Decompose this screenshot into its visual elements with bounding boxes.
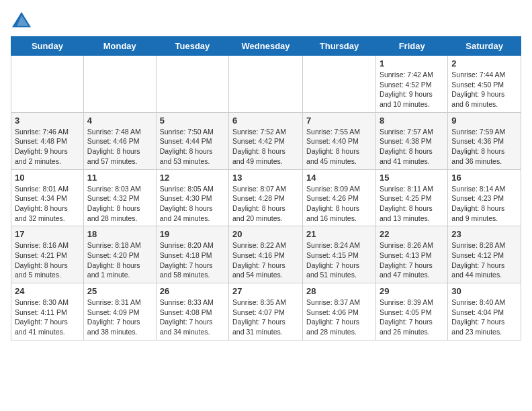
calendar-cell — [156, 56, 228, 113]
calendar-cell: 10Sunrise: 8:01 AM Sunset: 4:34 PM Dayli… — [11, 169, 84, 226]
day-info: Sunrise: 8:28 AM Sunset: 4:12 PM Dayligh… — [451, 240, 517, 280]
day-number: 21 — [306, 229, 372, 239]
day-number: 8 — [380, 116, 444, 126]
day-info: Sunrise: 8:26 AM Sunset: 4:13 PM Dayligh… — [380, 240, 444, 280]
day-number: 22 — [380, 229, 444, 239]
calendar-cell: 15Sunrise: 8:11 AM Sunset: 4:25 PM Dayli… — [375, 169, 447, 226]
day-info: Sunrise: 7:42 AM Sunset: 4:52 PM Dayligh… — [380, 70, 444, 109]
calendar-cell: 8Sunrise: 7:57 AM Sunset: 4:38 PM Daylig… — [375, 112, 447, 169]
day-number: 11 — [87, 173, 152, 183]
day-number: 4 — [87, 116, 152, 126]
day-number: 3 — [15, 116, 80, 126]
calendar-cell — [303, 56, 376, 113]
calendar-cell: 28Sunrise: 8:37 AM Sunset: 4:06 PM Dayli… — [303, 283, 376, 340]
day-info: Sunrise: 8:18 AM Sunset: 4:20 PM Dayligh… — [87, 240, 152, 280]
calendar-cell: 7Sunrise: 7:55 AM Sunset: 4:40 PM Daylig… — [303, 112, 376, 169]
day-number: 27 — [232, 286, 299, 296]
day-number: 30 — [451, 286, 517, 296]
calendar-table: SundayMondayTuesdayWednesdayThursdayFrid… — [11, 36, 521, 340]
calendar-body: 1Sunrise: 7:42 AM Sunset: 4:52 PM Daylig… — [11, 56, 521, 340]
calendar-cell: 27Sunrise: 8:35 AM Sunset: 4:07 PM Dayli… — [229, 283, 303, 340]
day-info: Sunrise: 8:35 AM Sunset: 4:07 PM Dayligh… — [232, 298, 299, 337]
day-number: 19 — [160, 229, 225, 239]
day-info: Sunrise: 7:44 AM Sunset: 4:50 PM Dayligh… — [451, 70, 517, 109]
calendar-cell: 23Sunrise: 8:28 AM Sunset: 4:12 PM Dayli… — [448, 226, 521, 283]
day-info: Sunrise: 8:03 AM Sunset: 4:32 PM Dayligh… — [87, 184, 152, 224]
day-info: Sunrise: 7:57 AM Sunset: 4:38 PM Dayligh… — [380, 127, 444, 167]
calendar-cell: 5Sunrise: 7:50 AM Sunset: 4:44 PM Daylig… — [156, 112, 228, 169]
day-info: Sunrise: 8:20 AM Sunset: 4:18 PM Dayligh… — [160, 240, 225, 280]
calendar-cell: 24Sunrise: 8:30 AM Sunset: 4:11 PM Dayli… — [11, 283, 84, 340]
day-info: Sunrise: 8:40 AM Sunset: 4:04 PM Dayligh… — [451, 298, 517, 337]
header-monday: Monday — [83, 37, 156, 56]
calendar-cell — [11, 56, 84, 113]
calendar-cell: 3Sunrise: 7:46 AM Sunset: 4:48 PM Daylig… — [11, 112, 84, 169]
day-number: 23 — [451, 229, 517, 239]
page-header — [11, 11, 521, 30]
calendar-cell: 14Sunrise: 8:09 AM Sunset: 4:26 PM Dayli… — [303, 169, 376, 226]
day-number: 7 — [306, 116, 372, 126]
day-number: 17 — [15, 229, 80, 239]
calendar-cell: 9Sunrise: 7:59 AM Sunset: 4:36 PM Daylig… — [448, 112, 521, 169]
day-number: 14 — [306, 173, 372, 183]
day-number: 28 — [306, 286, 372, 296]
calendar-cell: 26Sunrise: 8:33 AM Sunset: 4:08 PM Dayli… — [156, 283, 228, 340]
day-info: Sunrise: 7:52 AM Sunset: 4:42 PM Dayligh… — [232, 127, 299, 167]
calendar-cell: 18Sunrise: 8:18 AM Sunset: 4:20 PM Dayli… — [83, 226, 156, 283]
calendar-cell: 1Sunrise: 7:42 AM Sunset: 4:52 PM Daylig… — [375, 56, 447, 113]
day-number: 10 — [15, 173, 80, 183]
calendar-header: SundayMondayTuesdayWednesdayThursdayFrid… — [11, 37, 521, 56]
header-saturday: Saturday — [448, 37, 521, 56]
header-row: SundayMondayTuesdayWednesdayThursdayFrid… — [11, 37, 521, 56]
day-number: 29 — [380, 286, 444, 296]
calendar-row-4: 24Sunrise: 8:30 AM Sunset: 4:11 PM Dayli… — [11, 283, 521, 340]
day-number: 16 — [451, 173, 517, 183]
header-wednesday: Wednesday — [229, 37, 303, 56]
day-number: 6 — [232, 116, 299, 126]
day-number: 24 — [15, 286, 80, 296]
day-number: 13 — [232, 173, 299, 183]
day-number: 20 — [232, 229, 299, 239]
day-info: Sunrise: 7:48 AM Sunset: 4:46 PM Dayligh… — [87, 127, 152, 167]
day-number: 26 — [160, 286, 225, 296]
day-number: 18 — [87, 229, 152, 239]
day-info: Sunrise: 8:16 AM Sunset: 4:21 PM Dayligh… — [15, 240, 80, 280]
day-info: Sunrise: 8:31 AM Sunset: 4:09 PM Dayligh… — [87, 298, 152, 337]
day-number: 12 — [160, 173, 225, 183]
calendar-cell: 20Sunrise: 8:22 AM Sunset: 4:16 PM Dayli… — [229, 226, 303, 283]
calendar-cell — [83, 56, 156, 113]
calendar-cell: 12Sunrise: 8:05 AM Sunset: 4:30 PM Dayli… — [156, 169, 228, 226]
header-sunday: Sunday — [11, 37, 84, 56]
header-friday: Friday — [375, 37, 447, 56]
day-info: Sunrise: 8:24 AM Sunset: 4:15 PM Dayligh… — [306, 240, 372, 280]
calendar-cell: 29Sunrise: 8:39 AM Sunset: 4:05 PM Dayli… — [375, 283, 447, 340]
calendar-cell: 21Sunrise: 8:24 AM Sunset: 4:15 PM Dayli… — [303, 226, 376, 283]
day-info: Sunrise: 8:22 AM Sunset: 4:16 PM Dayligh… — [232, 240, 299, 280]
day-info: Sunrise: 8:09 AM Sunset: 4:26 PM Dayligh… — [306, 184, 372, 224]
calendar-cell: 22Sunrise: 8:26 AM Sunset: 4:13 PM Dayli… — [375, 226, 447, 283]
day-info: Sunrise: 7:55 AM Sunset: 4:40 PM Dayligh… — [306, 127, 372, 167]
day-info: Sunrise: 7:50 AM Sunset: 4:44 PM Dayligh… — [160, 127, 225, 167]
day-info: Sunrise: 8:39 AM Sunset: 4:05 PM Dayligh… — [380, 298, 444, 337]
calendar-row-2: 10Sunrise: 8:01 AM Sunset: 4:34 PM Dayli… — [11, 169, 521, 226]
calendar-cell — [229, 56, 303, 113]
day-number: 25 — [87, 286, 152, 296]
calendar-row-0: 1Sunrise: 7:42 AM Sunset: 4:52 PM Daylig… — [11, 56, 521, 113]
day-info: Sunrise: 8:33 AM Sunset: 4:08 PM Dayligh… — [160, 298, 225, 337]
header-tuesday: Tuesday — [156, 37, 228, 56]
calendar-cell: 19Sunrise: 8:20 AM Sunset: 4:18 PM Dayli… — [156, 226, 228, 283]
logo — [11, 11, 35, 30]
calendar-row-1: 3Sunrise: 7:46 AM Sunset: 4:48 PM Daylig… — [11, 112, 521, 169]
calendar-cell: 6Sunrise: 7:52 AM Sunset: 4:42 PM Daylig… — [229, 112, 303, 169]
day-info: Sunrise: 7:59 AM Sunset: 4:36 PM Dayligh… — [451, 127, 517, 167]
day-number: 15 — [380, 173, 444, 183]
day-info: Sunrise: 8:05 AM Sunset: 4:30 PM Dayligh… — [160, 184, 225, 224]
day-number: 2 — [451, 58, 517, 68]
calendar-cell: 17Sunrise: 8:16 AM Sunset: 4:21 PM Dayli… — [11, 226, 84, 283]
day-info: Sunrise: 8:01 AM Sunset: 4:34 PM Dayligh… — [15, 184, 80, 224]
day-info: Sunrise: 7:46 AM Sunset: 4:48 PM Dayligh… — [15, 127, 80, 167]
calendar-cell: 4Sunrise: 7:48 AM Sunset: 4:46 PM Daylig… — [83, 112, 156, 169]
day-info: Sunrise: 8:37 AM Sunset: 4:06 PM Dayligh… — [306, 298, 372, 337]
day-info: Sunrise: 8:11 AM Sunset: 4:25 PM Dayligh… — [380, 184, 444, 224]
calendar-cell: 25Sunrise: 8:31 AM Sunset: 4:09 PM Dayli… — [83, 283, 156, 340]
